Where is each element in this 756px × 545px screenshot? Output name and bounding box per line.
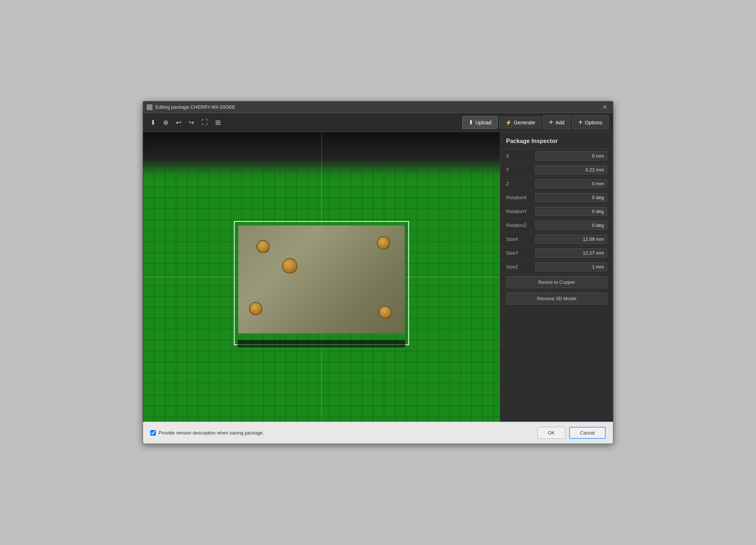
inspector-input-sizey[interactable] <box>535 248 607 258</box>
inspector-row-rotationz: RotationZ <box>500 219 613 232</box>
inspector-fields: XYZRotationXRotationYRotationZSizeXSizeY… <box>500 149 613 274</box>
undo-icon <box>176 119 181 127</box>
component-outline <box>234 221 409 345</box>
crosshair-button[interactable] <box>160 116 171 129</box>
inspector-label-x: X <box>506 153 532 159</box>
undo-button[interactable] <box>173 116 184 129</box>
grid-button[interactable] <box>212 116 224 129</box>
inspector-input-rotationy[interactable] <box>535 207 607 216</box>
title-bar: Editing package CHERRY-MX-DIODE ✕ <box>143 101 613 113</box>
options-plus-icon <box>578 118 583 127</box>
options-button[interactable]: Options <box>572 115 609 130</box>
app-icon <box>147 104 153 110</box>
inspector-input-sizex[interactable] <box>535 235 607 244</box>
download-icon <box>150 119 156 127</box>
inspector-label-sizex: SizeX <box>506 236 532 242</box>
inspector-input-rotationx[interactable] <box>535 193 607 202</box>
inspector-row-sizex: SizeX <box>500 232 613 246</box>
inspector-label-z: Z <box>506 181 532 186</box>
inspector-input-rotationz[interactable] <box>535 221 607 230</box>
component-shadow <box>238 340 405 347</box>
inspector-row-y: Y <box>500 163 613 177</box>
frame-button[interactable] <box>198 116 211 128</box>
toolbar: Upload Generate Add Options <box>143 113 613 132</box>
footer-buttons: OK Cancel <box>537 427 606 439</box>
inspector-input-x[interactable] <box>535 151 607 161</box>
inspector-input-y[interactable] <box>535 165 607 174</box>
inspector-row-x: X <box>500 149 613 163</box>
inspector-label-sizey: SizeY <box>506 250 532 256</box>
close-button[interactable]: ✕ <box>600 103 609 111</box>
component-3d <box>234 221 409 345</box>
options-label: Options <box>585 120 602 125</box>
inspector-title: Package Inspector <box>500 132 613 149</box>
footer-checkbox-area: Provide version description when saving … <box>150 430 537 436</box>
inspector-input-z[interactable] <box>535 179 607 188</box>
inspector-label-sizez: SizeZ <box>506 264 532 270</box>
resize-to-copper-button[interactable]: Resize to Copper <box>506 276 607 288</box>
add-label: Add <box>555 120 564 125</box>
pad-top-right <box>377 236 390 250</box>
add-button[interactable]: Add <box>543 115 571 130</box>
inspector-row-sizez: SizeZ <box>500 260 613 274</box>
frame-icon <box>201 119 208 126</box>
upload-label: Upload <box>475 120 491 125</box>
add-plus-icon <box>549 118 553 127</box>
redo-icon <box>189 119 194 127</box>
component-body <box>238 225 405 333</box>
upload-icon <box>468 119 473 126</box>
inspector-row-rotationy: RotationY <box>500 205 613 219</box>
package-inspector: Package Inspector XYZRotationXRotationYR… <box>500 132 613 422</box>
inspector-input-sizez[interactable] <box>535 262 607 271</box>
footer: Provide version description when saving … <box>143 422 613 444</box>
upload-button[interactable]: Upload <box>462 116 498 129</box>
inspector-row-rotationx: RotationX <box>500 191 613 205</box>
inspector-row-sizey: SizeY <box>500 246 613 260</box>
cancel-button[interactable]: Cancel <box>569 427 606 439</box>
pad-top-left <box>256 240 270 253</box>
version-checkbox[interactable] <box>150 430 156 436</box>
footer-checkbox-label: Provide version description when saving … <box>159 430 264 436</box>
inspector-row-z: Z <box>500 177 613 191</box>
bolt-icon <box>505 120 512 125</box>
inspector-label-rotationx: RotationX <box>506 195 532 200</box>
ok-button[interactable]: OK <box>537 427 566 439</box>
pad-bottom-right <box>379 306 392 319</box>
pad-bottom-left <box>249 302 262 315</box>
grid-icon <box>215 119 221 127</box>
download-button[interactable] <box>147 116 159 129</box>
generate-button[interactable]: Generate <box>499 117 541 128</box>
viewport[interactable] <box>143 132 500 422</box>
main-window: Editing package CHERRY-MX-DIODE ✕ Upload <box>143 101 613 444</box>
inspector-label-y: Y <box>506 167 532 173</box>
window-title: Editing package CHERRY-MX-DIODE <box>155 104 600 110</box>
inspector-label-rotationy: RotationY <box>506 209 532 214</box>
inspector-label-rotationz: RotationZ <box>506 223 532 228</box>
redo-button[interactable] <box>186 116 197 129</box>
main-content: Package Inspector XYZRotationXRotationYR… <box>143 132 613 422</box>
remove-3d-model-button[interactable]: Remove 3D Model <box>506 293 607 305</box>
pad-center <box>282 258 297 274</box>
generate-label: Generate <box>514 120 535 125</box>
crosshair-icon <box>163 119 169 127</box>
